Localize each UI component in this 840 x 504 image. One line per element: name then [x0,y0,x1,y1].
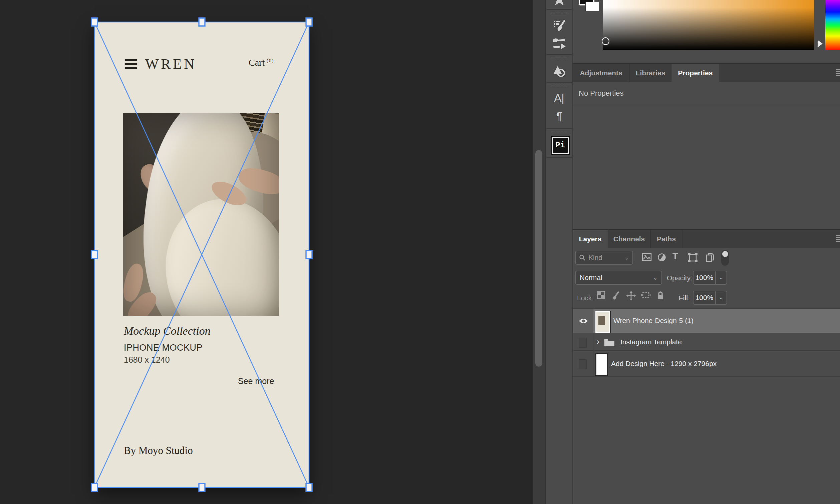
character-panel-icon[interactable]: A| [546,92,572,104]
panel-menu-icon[interactable] [836,235,840,243]
dock-grip[interactable] [552,57,567,59]
tab-properties[interactable]: Properties [671,64,719,82]
blend-mode-value: Normal [580,274,602,282]
chevron-down-icon: ⌄ [715,271,726,284]
smart-object-filter-icon[interactable] [705,253,715,264]
canvas-area[interactable]: WREN Cart (0) Mockup Collection IPHONE M… [0,0,533,504]
fill-value: 100% [693,291,715,304]
type-filter-icon[interactable]: T [672,251,678,262]
layer-name[interactable]: Instagram Template [620,338,682,346]
adjustment-filter-icon[interactable] [657,253,667,263]
photoshop-window: WREN Cart (0) Mockup Collection IPHONE M… [0,0,840,504]
lock-position-icon[interactable] [626,291,636,302]
dock-grip[interactable] [552,12,567,14]
group-expand-chevron[interactable]: › [597,337,599,346]
background-color-swatch[interactable] [585,2,600,11]
lock-all-icon[interactable] [656,291,665,302]
plugins-pi-icon[interactable]: Pi [552,137,569,154]
layer-filter-dropdown[interactable]: Kind ⌄ [575,251,633,265]
hue-strip[interactable] [825,0,840,50]
no-properties-message: No Properties [573,82,840,105]
frame-filter-icon[interactable] [688,253,698,264]
brush-settings-icon[interactable] [546,19,572,34]
paragraph-panel-icon[interactable]: ¶ [546,110,572,123]
tab-channels[interactable]: Channels [608,230,651,248]
canvas-scrollbar[interactable] [533,0,546,504]
layer-name[interactable]: Add Design Here - 1290 x 2796px [611,360,717,368]
dock-grip[interactable] [552,85,567,87]
saturation-brightness-field[interactable] [603,0,814,50]
filter-kind-label: Kind [588,254,602,262]
visibility-column[interactable] [573,351,594,377]
lock-artboard-icon[interactable] [641,291,651,301]
chevron-down-icon: ⌄ [625,255,629,261]
opacity-value: 100% [693,271,715,284]
opacity-label: Opacity: [667,274,692,282]
brushes-icon[interactable] [546,38,572,52]
visibility-column[interactable] [573,309,594,333]
product-title: IPHONE MOCKUP [124,343,203,353]
panel-dock: A| ¶ Pi [546,0,573,504]
cart-count: (0) [267,58,274,63]
search-icon [579,254,586,261]
tab-libraries[interactable]: Libraries [630,64,672,82]
blend-mode-dropdown[interactable]: Normal ⌄ [575,271,662,285]
folder-icon [604,338,615,347]
visibility-checkbox-off[interactable] [579,338,587,348]
hamburger-icon [125,59,137,69]
fill-label: Fill: [679,294,690,302]
see-more-link: See more [238,376,274,387]
tab-paths[interactable]: Paths [651,230,683,248]
shapes-icon[interactable] [546,64,572,80]
product-dimensions: 1680 x 1240 [124,355,170,365]
fill-control[interactable]: 100% ⌄ [693,291,727,305]
chevron-down-icon: ⌄ [715,291,726,304]
visibility-column[interactable] [573,333,594,351]
visibility-checkbox-off[interactable] [579,359,587,369]
layer-thumbnail[interactable] [595,311,610,333]
lock-transparency-icon[interactable] [597,291,605,301]
panel-column: Adjustments Libraries Properties No Prop… [573,0,840,504]
tab-layers[interactable]: Layers [573,230,608,248]
collection-title: Mockup Collection [124,325,210,337]
layer-thumbnail[interactable] [595,353,608,376]
lock-label: Lock: [577,294,594,302]
layer-row-group[interactable]: › Instagram Template [573,333,840,351]
color-field-cursor[interactable] [602,37,610,45]
eye-icon[interactable] [578,317,588,325]
tab-adjustments[interactable]: Adjustments [573,64,630,82]
layer-row-selected[interactable]: Wren-Phone-Design-5 (1) [573,309,840,333]
design-card-layer[interactable]: WREN Cart (0) Mockup Collection IPHONE M… [95,22,309,487]
partial-tool-icon[interactable] [546,0,572,8]
opacity-control[interactable]: 100% ⌄ [693,271,727,285]
dock-grip[interactable] [552,131,567,133]
cart-label: Cart (0) [248,57,274,68]
filter-toggle[interactable] [721,250,729,266]
panel-menu-icon[interactable] [836,69,840,77]
layer-row[interactable]: Add Design Here - 1290 x 2796px [573,351,840,377]
layers-tabbar: Layers Channels Paths [573,229,840,248]
chevron-down-icon: ⌄ [653,275,657,281]
image-filter-icon[interactable] [642,253,652,263]
product-photo [123,113,279,316]
hue-slider-handle[interactable] [818,40,823,47]
lock-pixels-icon[interactable] [612,291,621,301]
brand-logo: WREN [145,56,197,72]
properties-tabbar: Adjustments Libraries Properties [573,63,840,82]
photo-vignette [123,113,279,316]
byline: By Moyo Studio [124,445,193,457]
layer-name[interactable]: Wren-Phone-Design-5 (1) [613,317,693,325]
scrollbar-thumb[interactable] [535,150,542,367]
